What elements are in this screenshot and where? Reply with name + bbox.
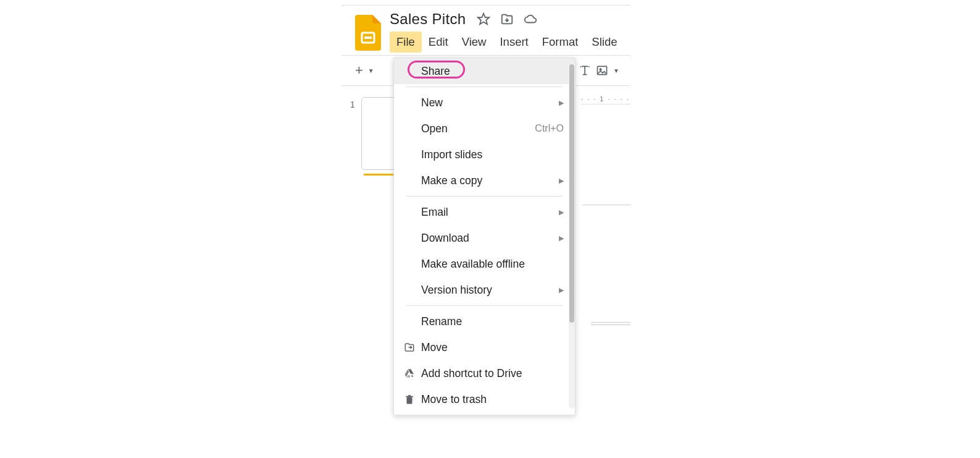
menu-file[interactable]: File: [390, 32, 422, 53]
version-history-label: Version history: [421, 284, 559, 297]
menu-insert[interactable]: Insert: [493, 32, 535, 53]
new-slide-button[interactable]: +: [353, 61, 366, 80]
app-container: Sales Pitch: [341, 5, 630, 456]
file-menu-new[interactable]: New ▶: [394, 90, 575, 116]
add-shortcut-to-drive-label: Add shortcut to Drive: [421, 367, 564, 380]
file-menu-add-shortcut-to-drive[interactable]: + Add shortcut to Drive: [394, 360, 575, 386]
download-label: Download: [421, 232, 559, 245]
header-content: Sales Pitch: [390, 11, 624, 53]
trash-icon: [404, 394, 421, 405]
drive-shortcut-icon: +: [404, 368, 421, 379]
make-a-copy-label: Make a copy: [421, 174, 559, 187]
svg-point-4: [600, 69, 601, 70]
scrollbar-thumb[interactable]: [569, 64, 574, 323]
file-menu-move-to-trash[interactable]: Move to trash: [394, 386, 575, 412]
header: Sales Pitch: [341, 6, 630, 53]
title-icons: [477, 12, 537, 26]
cloud-status-icon[interactable]: [524, 12, 537, 26]
import-slides-label: Import slides: [421, 148, 564, 161]
move-to-trash-label: Move to trash: [421, 393, 564, 406]
new-label: New: [421, 96, 559, 109]
svg-rect-1: [364, 36, 372, 39]
document-title[interactable]: Sales Pitch: [390, 11, 466, 28]
rename-label: Rename: [421, 315, 564, 328]
menu-edit[interactable]: Edit: [422, 32, 455, 53]
ruler-label: · · · 1 · · · ·: [581, 95, 630, 103]
move-folder-icon[interactable]: [500, 12, 514, 26]
toolbar-left: + ▼: [353, 61, 374, 80]
canvas-edge-lines: [591, 322, 630, 327]
menu-divider: [406, 305, 563, 306]
open-label: Open: [421, 122, 535, 135]
svg-marker-2: [478, 14, 489, 24]
menubar: File Edit View Insert Format Slide: [390, 32, 624, 53]
menu-divider: [406, 196, 563, 197]
text-tool-icon[interactable]: [579, 64, 591, 77]
image-tool-dropdown[interactable]: ▼: [613, 67, 619, 74]
file-menu-import-slides[interactable]: Import slides: [394, 142, 575, 168]
submenu-arrow-icon: ▶: [559, 234, 564, 242]
submenu-arrow-icon: ▶: [559, 99, 564, 107]
file-menu-email[interactable]: Email ▶: [394, 199, 575, 225]
open-shortcut: Ctrl+O: [535, 123, 564, 134]
make-available-offline-label: Make available offline: [421, 258, 564, 271]
toolbar-right: ▼: [579, 64, 619, 77]
slides-logo-icon: [355, 15, 381, 51]
thumbnail-number: 1: [350, 97, 355, 109]
move-icon: [404, 342, 421, 353]
file-menu-make-a-copy[interactable]: Make a copy ▶: [394, 168, 575, 193]
file-menu-rename[interactable]: Rename: [394, 308, 575, 334]
dropdown-scrollbar[interactable]: [569, 64, 575, 409]
canvas-edge-line: [582, 205, 630, 205]
new-slide-dropdown[interactable]: ▼: [368, 67, 374, 74]
ruler: · · · 1 · · · ·: [581, 93, 630, 104]
submenu-arrow-icon: ▶: [559, 177, 564, 185]
image-tool-icon[interactable]: [596, 64, 608, 77]
menu-view[interactable]: View: [455, 32, 493, 53]
file-menu-version-history[interactable]: Version history ▶: [394, 277, 575, 303]
menu-slide[interactable]: Slide: [585, 32, 624, 53]
submenu-arrow-icon: ▶: [559, 208, 564, 216]
move-label: Move: [421, 341, 564, 354]
file-menu-share[interactable]: Share Share: [394, 58, 575, 84]
star-icon[interactable]: [477, 12, 490, 26]
file-menu-dropdown: Share Share New ▶ Open Ctrl+O Import sli…: [393, 57, 576, 415]
menu-divider: [406, 87, 563, 87]
file-menu-download[interactable]: Download ▶: [394, 225, 575, 251]
email-label: Email: [421, 206, 559, 219]
menu-format[interactable]: Format: [535, 32, 585, 53]
submenu-arrow-icon: ▶: [559, 286, 564, 294]
svg-text:+: +: [411, 374, 414, 378]
title-row: Sales Pitch: [390, 11, 624, 28]
share-label: Share: [421, 65, 564, 78]
file-menu-move[interactable]: Move: [394, 334, 575, 360]
file-menu-open[interactable]: Open Ctrl+O: [394, 116, 575, 142]
file-menu-make-available-offline[interactable]: Make available offline: [394, 251, 575, 277]
